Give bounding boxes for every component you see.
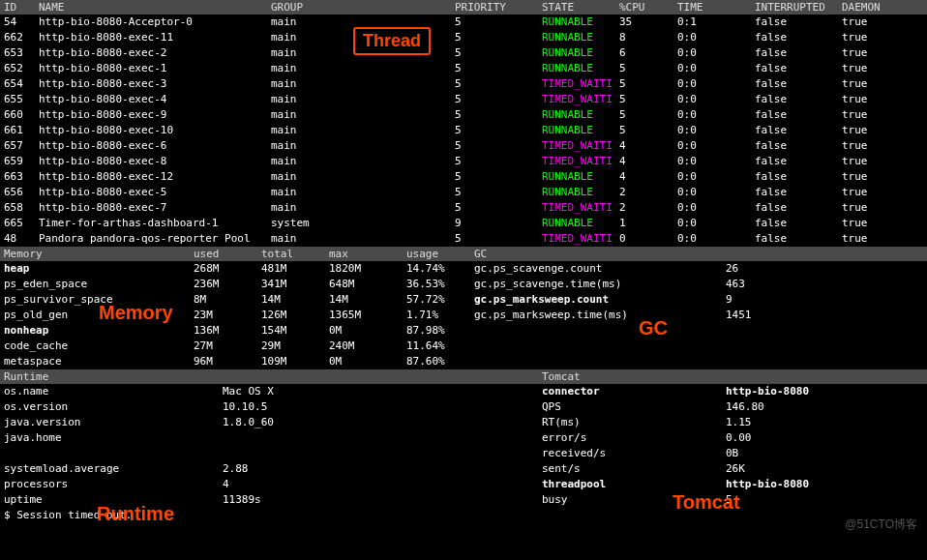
cell-daemon: true <box>842 138 910 154</box>
cell-group: main <box>271 154 455 169</box>
cell-priority: 9 <box>455 216 542 231</box>
tc-val: http-bio-8080 <box>726 477 900 492</box>
tc-name: sent/s <box>542 461 726 477</box>
mem-name: metaspace <box>0 354 194 369</box>
cell-daemon: true <box>842 200 910 216</box>
cell-daemon: true <box>842 169 910 185</box>
cell-id: 663 <box>0 169 39 185</box>
cell-id: 652 <box>0 61 39 76</box>
thread-row: 657http-bio-8080-exec-6main5TIMED_WAITI4… <box>0 138 927 154</box>
tc-val: 0.00 <box>726 430 900 446</box>
cell-name: http-bio-8080-exec-11 <box>39 30 271 45</box>
cell-priority: 5 <box>455 92 542 107</box>
cell-time: 0:0 <box>677 200 755 216</box>
cell-priority: 5 <box>455 200 542 216</box>
cell-priority: 5 <box>455 30 542 45</box>
thread-row: 658http-bio-8080-exec-7main5TIMED_WAITI2… <box>0 200 927 216</box>
cell-state: RUNNABLE <box>542 169 619 185</box>
thread-row: 656http-bio-8080-exec-5main5RUNNABLE20:0… <box>0 185 927 200</box>
cell-interrupted: false <box>755 169 842 185</box>
thread-row: 655http-bio-8080-exec-4main5TIMED_WAITI5… <box>0 92 927 107</box>
cell-state: RUNNABLE <box>542 30 619 45</box>
cell-time: 0:0 <box>677 231 755 247</box>
cell-priority: 5 <box>455 107 542 123</box>
gc-name <box>474 354 726 369</box>
mem-max: 14M <box>329 292 406 308</box>
cell-interrupted: false <box>755 138 842 154</box>
tc-val: 26K <box>726 461 900 477</box>
gc-name: gc.ps_scavenge.time(ms) <box>474 277 726 292</box>
cell-interrupted: false <box>755 92 842 107</box>
tag-memory: Memory <box>99 302 173 324</box>
tc-val: 1.15 <box>726 415 900 430</box>
cell-cpu: 5 <box>619 123 677 138</box>
cell-daemon: true <box>842 15 910 30</box>
cell-state: TIMED_WAITI <box>542 200 619 216</box>
cell-id: 660 <box>0 107 39 123</box>
cell-id: 662 <box>0 30 39 45</box>
rt-val: 10.10.5 <box>223 399 542 415</box>
cell-id: 48 <box>0 231 39 247</box>
runtime-body: os.nameMac OS Xconnectorhttp-bio-8080os.… <box>0 384 927 508</box>
cell-daemon: true <box>842 30 910 45</box>
runtime-row: received/s0B <box>0 446 927 461</box>
col-interrupted: INTERRUPTED <box>755 0 842 15</box>
cell-name: Timer-for-arthas-dashboard-1 <box>39 216 271 231</box>
tc-name: QPS <box>542 399 726 415</box>
cell-name: http-bio-8080-exec-9 <box>39 107 271 123</box>
rt-name: processors <box>0 477 223 492</box>
cell-interrupted: false <box>755 15 842 30</box>
memory-row: code_cache27M29M240M11.64% <box>0 339 927 354</box>
mem-used: 23M <box>194 308 261 323</box>
cell-time: 0:0 <box>677 61 755 76</box>
cell-name: http-bio-8080-exec-1 <box>39 61 271 76</box>
gc-name: gc.ps_marksweep.time(ms) <box>474 308 726 323</box>
cell-cpu: 0 <box>619 231 677 247</box>
cell-daemon: true <box>842 216 910 231</box>
cell-state: TIMED_WAITI <box>542 92 619 107</box>
runtime-row: os.version10.10.5QPS146.80 <box>0 399 927 415</box>
mem-total: 341M <box>261 277 329 292</box>
cell-id: 655 <box>0 92 39 107</box>
mem-max: 0M <box>329 354 406 369</box>
cell-priority: 5 <box>455 61 542 76</box>
tc-name: RT(ms) <box>542 415 726 430</box>
mem-label: Memory <box>0 247 194 261</box>
cell-state: RUNNABLE <box>542 61 619 76</box>
cell-name: http-bio-8080-exec-6 <box>39 138 271 154</box>
cell-state: RUNNABLE <box>542 45 619 61</box>
mem-usage: 57.72% <box>406 292 474 308</box>
cell-name: http-bio-8080-exec-2 <box>39 45 271 61</box>
cell-id: 665 <box>0 216 39 231</box>
cell-name: http-bio-8080-Acceptor-0 <box>39 15 271 30</box>
cell-cpu: 1 <box>619 216 677 231</box>
cell-id: 657 <box>0 138 39 154</box>
watermark: @51CTO博客 <box>845 516 917 533</box>
col-group: GROUP <box>271 0 455 15</box>
thread-row: 663http-bio-8080-exec-12main5RUNNABLE40:… <box>0 169 927 185</box>
tag-gc: GC <box>639 317 668 339</box>
mem-used: 27M <box>194 339 261 354</box>
rt-header-label: Runtime <box>0 369 223 384</box>
cell-group: main <box>271 123 455 138</box>
rt-name: java.version <box>0 415 223 430</box>
mem-used: 96M <box>194 354 261 369</box>
tc-val: 146.80 <box>726 399 900 415</box>
cell-cpu: 4 <box>619 154 677 169</box>
cell-group: main <box>271 138 455 154</box>
mem-used: 268M <box>194 261 261 277</box>
cell-group: main <box>271 61 455 76</box>
cell-cpu: 2 <box>619 200 677 216</box>
col-state: STATE <box>542 0 619 15</box>
rt-name: java.home <box>0 430 223 446</box>
cell-priority: 5 <box>455 45 542 61</box>
thread-row: 660http-bio-8080-exec-9main5RUNNABLE50:0… <box>0 107 927 123</box>
cell-interrupted: false <box>755 200 842 216</box>
tc-name: connector <box>542 384 726 399</box>
mem-name: ps_eden_space <box>0 277 194 292</box>
mem-usage: 87.98% <box>406 323 474 339</box>
cell-cpu: 8 <box>619 30 677 45</box>
cell-interrupted: false <box>755 45 842 61</box>
mem-usage: usage <box>406 247 474 261</box>
cell-daemon: true <box>842 61 910 76</box>
